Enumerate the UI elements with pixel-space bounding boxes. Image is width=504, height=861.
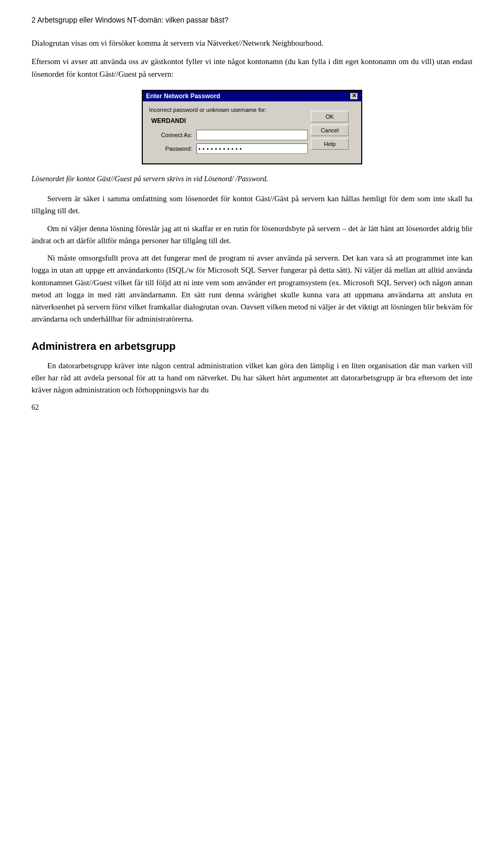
paragraph-2: Eftersom vi avser att använda oss av gäs…	[32, 56, 472, 80]
dialog-server-name: WERDANDI	[149, 117, 308, 125]
help-button[interactable]: Help	[311, 138, 349, 150]
section-heading: Administrera en arbetsgrupp	[32, 340, 472, 352]
dialog-titlebar: Enter Network Password ✕	[143, 91, 361, 101]
page-number: 62	[32, 403, 39, 412]
connect-as-label: Connect As:	[149, 132, 196, 138]
paragraph-3: Servern är säker i samma omfattning som …	[32, 193, 472, 217]
dialog-message: Incorrect password or unknown username f…	[149, 107, 308, 113]
password-label: Password:	[149, 146, 196, 152]
paragraph-5: Ni måste omsorgsfullt prova att det fung…	[32, 252, 472, 326]
dialog-close-button[interactable]: ✕	[350, 92, 358, 100]
paragraph-4: Om ni väljer denna lösning föreslår jag …	[32, 223, 472, 247]
dialog-body: Incorrect password or unknown username f…	[143, 101, 361, 163]
connect-as-input[interactable]	[196, 130, 308, 140]
password-row: Password:	[149, 143, 308, 154]
chapter-header: 2 Arbetsgrupp eller Windows NT-domän: vi…	[32, 16, 472, 27]
connect-as-row: Connect As:	[149, 130, 308, 140]
network-password-dialog: Enter Network Password ✕ Incorrect passw…	[142, 90, 362, 164]
dialog-content: Incorrect password or unknown username f…	[149, 107, 355, 154]
paragraph-6: En datorarbetsgrupp kräver inte någon ce…	[32, 360, 472, 397]
paragraph-1: Dialogrutan visas om vi försöker komma å…	[32, 37, 472, 49]
dialog-title: Enter Network Password	[146, 92, 220, 100]
ok-button[interactable]: OK	[311, 111, 349, 122]
password-input[interactable]	[196, 143, 308, 154]
cancel-button[interactable]: Cancel	[311, 125, 349, 136]
dialog-buttons: OK Cancel Help	[311, 111, 349, 150]
dialog-caption: Lösenordet för kontot Gäst//Guest på ser…	[32, 174, 472, 184]
